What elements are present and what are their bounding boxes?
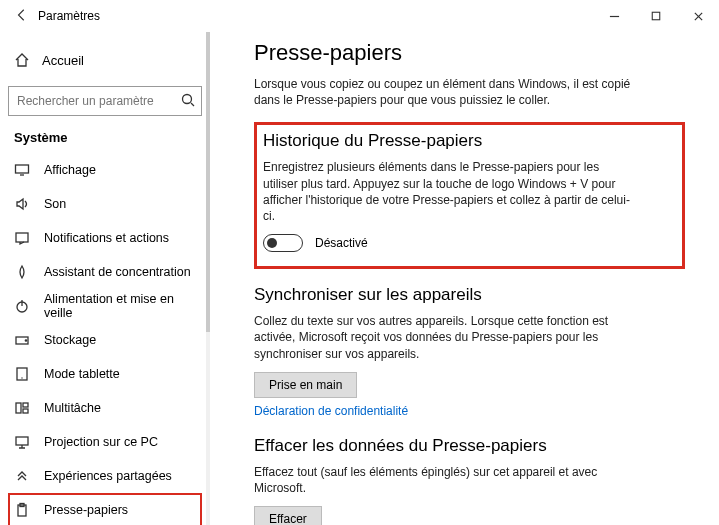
- sync-desc: Collez du texte sur vos autres appareils…: [254, 313, 624, 362]
- sidebar-home[interactable]: Accueil: [8, 44, 202, 76]
- maximize-button[interactable]: [635, 0, 677, 32]
- svg-rect-12: [16, 437, 28, 445]
- minimize-button[interactable]: [593, 0, 635, 32]
- clear-desc: Effacez tout (sauf les éléments épinglés…: [254, 464, 624, 496]
- sidebar-item-shared[interactable]: Expériences partagées: [8, 459, 202, 493]
- svg-rect-2: [16, 165, 29, 173]
- clear-button[interactable]: Effacer: [254, 506, 322, 525]
- sidebar-item-sound[interactable]: Son: [8, 187, 202, 221]
- svg-rect-11: [23, 409, 28, 413]
- page-title: Presse-papiers: [254, 40, 685, 66]
- svg-rect-0: [652, 12, 660, 20]
- history-section-highlight: Historique du Presse-papiers Enregistrez…: [254, 122, 685, 269]
- sidebar-item-multitask[interactable]: Multitâche: [8, 391, 202, 425]
- svg-rect-10: [23, 403, 28, 407]
- clear-title: Effacer les données du Presse-papiers: [254, 436, 685, 456]
- nav-list: Affichage Son Notifications et actions A…: [8, 153, 202, 525]
- search-input[interactable]: [8, 86, 202, 116]
- sidebar-category: Système: [14, 130, 202, 145]
- sidebar-item-label: Mode tablette: [44, 367, 120, 381]
- svg-point-1: [183, 95, 192, 104]
- sidebar-item-label: Expériences partagées: [44, 469, 172, 483]
- sidebar-item-tablet[interactable]: Mode tablette: [8, 357, 202, 391]
- sidebar-item-focus[interactable]: Assistant de concentration: [8, 255, 202, 289]
- sidebar-item-projection[interactable]: Projection sur ce PC: [8, 425, 202, 459]
- page-intro: Lorsque vous copiez ou coupez un élément…: [254, 76, 654, 108]
- privacy-link[interactable]: Déclaration de confidentialité: [254, 404, 408, 418]
- back-button[interactable]: [8, 8, 36, 25]
- toggle-knob: [267, 238, 277, 248]
- sidebar: Accueil Système Affichage Son Notificati…: [0, 32, 210, 525]
- main-content: Presse-papiers Lorsque vous copiez ou co…: [210, 32, 719, 525]
- sidebar-item-label: Alimentation et mise en veille: [44, 292, 202, 320]
- titlebar: Paramètres: [0, 0, 719, 32]
- sidebar-item-label: Stockage: [44, 333, 96, 347]
- svg-rect-3: [16, 233, 28, 242]
- sidebar-item-label: Notifications et actions: [44, 231, 169, 245]
- close-button[interactable]: [677, 0, 719, 32]
- history-title: Historique du Presse-papiers: [263, 131, 668, 151]
- svg-point-6: [25, 340, 26, 341]
- sidebar-item-clipboard[interactable]: Presse-papiers: [8, 493, 202, 525]
- sidebar-home-label: Accueil: [42, 53, 84, 68]
- history-toggle[interactable]: [263, 234, 303, 252]
- sidebar-item-power[interactable]: Alimentation et mise en veille: [8, 289, 202, 323]
- sidebar-item-label: Multitâche: [44, 401, 101, 415]
- sidebar-item-notifications[interactable]: Notifications et actions: [8, 221, 202, 255]
- svg-rect-9: [16, 403, 21, 413]
- sync-get-started-button[interactable]: Prise en main: [254, 372, 357, 398]
- sidebar-scrollbar[interactable]: [206, 32, 210, 525]
- sidebar-item-storage[interactable]: Stockage: [8, 323, 202, 357]
- clear-section: Effacer les données du Presse-papiers Ef…: [254, 436, 685, 525]
- sync-section: Synchroniser sur les appareils Collez du…: [254, 285, 685, 418]
- sync-title: Synchroniser sur les appareils: [254, 285, 685, 305]
- sidebar-item-label: Son: [44, 197, 66, 211]
- svg-point-8: [21, 377, 22, 378]
- search-icon[interactable]: [180, 92, 196, 108]
- window-title: Paramètres: [38, 9, 100, 23]
- window-controls: [593, 0, 719, 32]
- sidebar-item-label: Assistant de concentration: [44, 265, 191, 279]
- sidebar-item-display[interactable]: Affichage: [8, 153, 202, 187]
- search-wrap: [8, 86, 202, 116]
- sidebar-item-label: Affichage: [44, 163, 96, 177]
- history-toggle-label: Désactivé: [315, 236, 368, 250]
- scrollbar-thumb[interactable]: [206, 32, 210, 332]
- sidebar-item-label: Projection sur ce PC: [44, 435, 158, 449]
- history-desc: Enregistrez plusieurs éléments dans le P…: [263, 159, 633, 224]
- sidebar-item-label: Presse-papiers: [44, 503, 128, 517]
